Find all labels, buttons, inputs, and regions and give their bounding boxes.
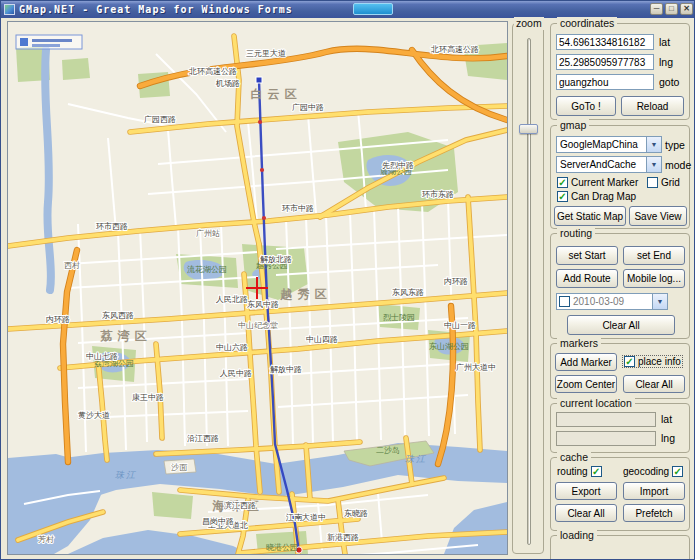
import-button[interactable]: Import (623, 482, 685, 500)
get-static-map-button[interactable]: Get Static Map (554, 206, 626, 226)
map-label-road: 三元里大道 (246, 49, 286, 58)
markers-group-label: markers (557, 337, 601, 350)
minimize-button[interactable]: ─ (650, 3, 663, 15)
overlay-glyph (20, 38, 28, 46)
map-label-road: 沿江西路 (187, 434, 219, 443)
save-view-button[interactable]: Save View (629, 206, 687, 226)
window-controls: ─ □ ✕ (650, 3, 693, 15)
mobile-log-button[interactable]: Mobile log... (623, 269, 685, 288)
map-label-road: 内环路 (444, 277, 468, 286)
zoom-center-button[interactable]: Zoom Center (555, 375, 617, 393)
checkbox-box: ✓ (557, 191, 568, 202)
zoom-slider-thumb[interactable] (519, 124, 538, 134)
date-value: 2010-03-09 (573, 296, 649, 307)
map-label-road: 解放北路 (260, 255, 292, 264)
checkbox-box: ✓ (557, 177, 568, 188)
accessmode-select[interactable]: ServerAndCache ▼ (556, 156, 662, 173)
app-window: GMap.NET - Great Maps for Windows Forms … (0, 0, 695, 560)
map-label-road: 东风东路 (392, 288, 424, 297)
map-label-road: 内环路 (46, 315, 70, 324)
markers-clear-all-button[interactable]: Clear All (623, 375, 685, 393)
maptype-value: GoogleMapChina (557, 139, 646, 150)
reload-button[interactable]: Reload (621, 96, 684, 116)
grid-checkbox[interactable]: Grid (647, 177, 680, 188)
accessmode-value: ServerAndCache (557, 159, 646, 170)
map-label-water: 珠江 (115, 470, 137, 480)
map-label-road: 环市中路 (281, 204, 314, 213)
map-label-poi: 西村 (64, 261, 80, 270)
chevron-down-icon: ▼ (646, 137, 661, 152)
chevron-down-icon: ▼ (652, 294, 667, 309)
map-label-road: 新港西路 (327, 533, 359, 542)
add-route-button[interactable]: Add Route (556, 269, 618, 288)
cache-clear-all-button[interactable]: Clear All (555, 504, 617, 522)
lat-label: lat (659, 36, 670, 48)
map-label-road: 中山七路 (86, 352, 118, 361)
coordinates-group-label: coordinates (557, 17, 617, 30)
zoom-track[interactable] (527, 38, 531, 545)
map-label-road: 人民北路 (215, 295, 248, 304)
set-start-button[interactable]: set Start (556, 246, 618, 265)
titlebar[interactable]: GMap.NET - Great Maps for Windows Forms … (1, 1, 695, 18)
add-marker-button[interactable]: Add Marker (555, 353, 617, 371)
map-label-road: 康王中路 (132, 393, 164, 402)
date-checkbox[interactable] (559, 296, 570, 307)
current-lat-label: lat (661, 413, 672, 425)
goto-input[interactable] (556, 74, 654, 90)
set-end-button[interactable]: set End (623, 246, 685, 265)
current-location-group: current location lat lng (550, 403, 690, 453)
maptype-select[interactable]: GoogleMapChina ▼ (556, 136, 662, 153)
map-label-park: 烈士陵园 (383, 313, 415, 322)
export-button[interactable]: Export (555, 482, 617, 500)
close-button[interactable]: ✕ (680, 3, 693, 15)
map-control[interactable]: 白云区越秀区荔湾区海珠区珠江珠江麓湖公园越秀公园流花湖公园荔湾湖公园东山湖公园烈… (7, 21, 508, 555)
map-label-park: 流花湖公园 (187, 265, 227, 274)
map-label-road: 北环高速公路 (430, 45, 479, 54)
current-marker-checkbox[interactable]: ✓ Current Marker (557, 177, 638, 188)
cache-geocoding-checkbox[interactable]: geocoding ✓ (623, 466, 683, 477)
can-drag-checkbox[interactable]: ✓ Can Drag Map (557, 191, 636, 202)
can-drag-label: Can Drag Map (571, 191, 636, 202)
map-label-road: 中山四路 (306, 335, 338, 344)
map-label-road: 北环高速公路 (188, 67, 237, 76)
map-label-road: 先烈中路 (382, 161, 414, 170)
maximize-button[interactable]: □ (665, 3, 678, 15)
routing-clear-all-button[interactable]: Clear All (567, 315, 675, 335)
map-label-road: 东风中路 (247, 300, 279, 309)
goto-button[interactable]: GoTo ! (556, 96, 616, 116)
place-info-checkbox[interactable]: ✓ place info (623, 356, 682, 367)
current-location-group-label: current location (557, 397, 635, 410)
current-lng-input[interactable] (556, 431, 656, 446)
map-label-road: 中山六路 (216, 343, 248, 352)
map-label-road: 东风西路 (102, 311, 134, 320)
map-label-poi: 中山纪念堂 (238, 321, 278, 330)
app-icon (4, 4, 15, 15)
map-label-road: 广园中路 (292, 103, 324, 112)
station-dot (260, 168, 264, 172)
park-area (152, 492, 193, 519)
map-label-poi: 广州站 (196, 229, 220, 238)
map-label-park: 二沙岛 (376, 446, 400, 455)
station-dot (262, 216, 266, 220)
map-label-road: 黄沙大道 (78, 411, 110, 420)
route-start-marker[interactable] (256, 77, 262, 83)
loading-group: loading (550, 535, 690, 560)
map-label-park: 晓港公园 (266, 543, 298, 552)
cache-routing-label: routing (557, 466, 588, 477)
current-lat-input[interactable] (556, 412, 656, 427)
lng-input[interactable] (556, 54, 654, 70)
coordinates-group: coordinates lat lng goto GoTo ! Reload (550, 23, 690, 120)
map-label-road: 人民中路 (219, 369, 252, 378)
cache-routing-checkbox[interactable]: routing ✓ (557, 466, 602, 477)
map-label-park: 东山湖公园 (429, 342, 469, 351)
prefetch-button[interactable]: Prefetch (623, 504, 685, 522)
lat-input[interactable] (556, 34, 654, 50)
map-label-road: 东晓路 (344, 509, 368, 518)
routing-group-label: routing (557, 227, 595, 240)
map-canvas[interactable]: 白云区越秀区荔湾区海珠区珠江珠江麓湖公园越秀公园流花湖公园荔湾湖公园东山湖公园烈… (8, 22, 507, 554)
current-marker-label: Current Marker (571, 177, 638, 188)
zoom-group: zoom (512, 23, 544, 554)
place-info-label: place info (638, 356, 681, 367)
gmap-group-label: gmap (557, 119, 589, 132)
route-date-picker[interactable]: 2010-03-09 ▼ (556, 293, 668, 310)
